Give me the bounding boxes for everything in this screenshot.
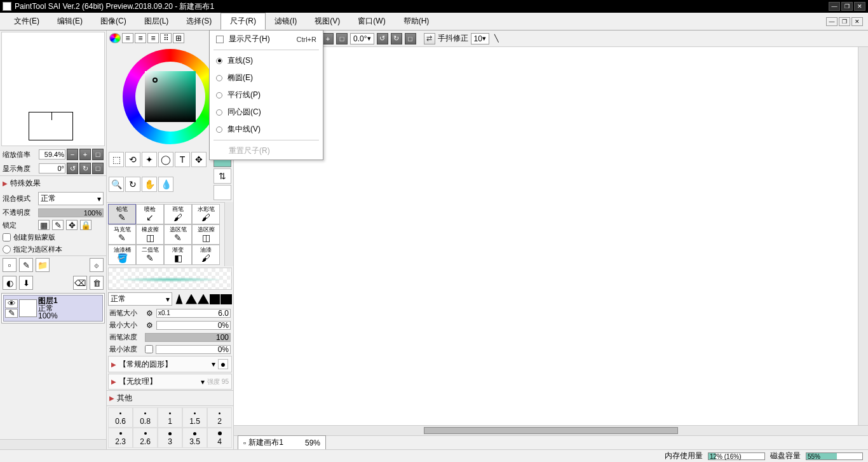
doc-tab[interactable]: ▫ 新建画布1 59% [238,435,326,449]
new-layer-button[interactable]: ▫ [3,258,17,272]
close-button[interactable]: ✕ [854,2,865,11]
brush-size-slider[interactable]: x0.16.0 [156,309,231,318]
size-cell[interactable]: 2.6 [133,428,158,448]
color-hsv-button[interactable]: ≡ [135,33,146,43]
navigator-thumb[interactable] [29,112,73,140]
layer-row[interactable]: 👁 ✎ 图层1 正常 100% [3,295,103,322]
text-tool[interactable]: T [175,152,190,167]
size-cell[interactable]: 2.3 [108,428,133,448]
brush-pencil[interactable]: 铅笔✎ [108,204,136,224]
rotate-cw-button[interactable]: ↻ [79,163,91,174]
menu-edit[interactable]: 编辑(E) [48,13,92,29]
link-icon[interactable]: ⚙ [145,309,154,318]
menu-filter[interactable]: 滤镜(I) [266,13,306,29]
brush-bucket[interactable]: 油漆桶🪣 [108,245,136,265]
lock-move-button[interactable]: ✥ [66,220,78,230]
maximize-button[interactable]: ❐ [841,2,853,11]
size-cell[interactable]: 4 [207,428,232,448]
sample-radio[interactable] [3,245,11,254]
rotate-cw-button[interactable]: ↻ [391,33,402,44]
blend-mode-select[interactable]: 正常▾ [38,192,104,205]
clear-button[interactable]: ⌫ [73,276,87,290]
menu-image[interactable]: 图像(C) [92,13,135,29]
brush-airbrush[interactable]: 喷枪↙ [136,204,164,224]
delete-layer-button[interactable]: 🗑 [90,276,104,290]
bg-color-swatch[interactable] [214,185,231,200]
menu-ruler-ellipse[interactable]: 椭圆(E) [210,69,323,86]
fx-header[interactable]: ▶特殊效果 [0,175,106,191]
zoom-out-button[interactable]: − [67,149,78,160]
menu-file[interactable]: 文件(E) [5,13,48,29]
wand-tool[interactable]: ✦ [142,152,157,167]
canvas[interactable] [234,47,858,425]
rotate-tool[interactable]: ↻ [125,177,140,192]
brush-gradient[interactable]: 渐变◧ [164,245,192,265]
size-cell[interactable]: 1 [158,407,182,428]
new-linework-button[interactable]: ✎ [19,258,33,272]
mask-button[interactable]: ◐ [3,276,17,290]
brush-eraser[interactable]: 橡皮擦◫ [136,224,164,245]
shape-tool[interactable]: ◯ [158,152,173,167]
menu-ruler-concentric[interactable]: 同心圆(C) [210,104,323,121]
zoom-fit-button[interactable]: □ [336,33,348,44]
menu-ruler-parallel[interactable]: 平行线(P) [210,86,323,104]
zoom-reset-button[interactable]: □ [92,149,104,160]
color-scratch-button[interactable]: ⊞ [173,33,184,43]
color-wheel-button[interactable] [109,33,121,43]
canvas-hscroll[interactable] [234,425,868,435]
size-cell[interactable]: 0.8 [133,407,158,428]
size-cell[interactable]: 3 [158,428,182,448]
transform-button[interactable]: ⟐ [90,258,104,272]
canvas-vscroll[interactable] [858,47,868,425]
doc-maximize-button[interactable]: ❐ [839,17,850,26]
angle-input[interactable] [39,163,65,173]
texture-collapsible[interactable]: ▶【无纹理】▾强度 95 [108,374,232,390]
ruler-line-icon[interactable]: ╲ [492,33,501,44]
size-cell[interactable]: 3.5 [182,428,207,448]
brush-blend-select[interactable]: 正常▾ [108,292,172,306]
menu-layer[interactable]: 图层(L) [135,13,178,29]
menu-show-ruler[interactable]: 显示尺子(H) Ctrl+R [210,31,323,48]
min-density-check[interactable] [145,345,153,353]
size-cell[interactable]: 1.5 [182,407,207,428]
doc-close-button[interactable]: ✕ [851,17,863,26]
clip-checkbox[interactable] [3,233,11,241]
menu-select[interactable]: 选择(S) [177,13,220,29]
rotate-ccw-button[interactable]: ↺ [67,163,78,174]
pencil-icon[interactable]: ✎ [5,309,18,318]
navigator-panel[interactable] [1,32,105,146]
hand-tool[interactable]: ✋ [142,177,157,192]
density-slider[interactable]: 100 [145,333,231,342]
opacity-slider[interactable]: 100% [38,208,104,217]
menu-help[interactable]: 帮助(H) [395,13,438,29]
brush-tips[interactable] [173,294,232,304]
brush-brush[interactable]: 画笔🖌 [164,204,192,224]
color-swatch-button[interactable]: ⠿ [160,33,172,43]
merge-button[interactable]: ⬇ [19,276,33,290]
brush-seleraser[interactable]: 选区擦◫ [192,224,220,245]
brush-binary[interactable]: 二值笔✎ [136,245,164,265]
new-folder-button[interactable]: 📁 [36,258,50,272]
zoom-in-button[interactable]: + [79,149,91,160]
color-gray-button[interactable]: ≡ [147,33,159,43]
other-header[interactable]: ▶其他 [107,390,233,405]
lock-alpha-button[interactable]: ▦ [38,220,50,230]
brush-selpen[interactable]: 选区笔✎ [164,224,192,245]
eye-icon[interactable]: 👁 [5,299,18,308]
swap-color-button[interactable]: ⇅ [214,168,231,184]
zoom-input[interactable] [39,149,65,160]
menu-ruler[interactable]: 尺子(R) [220,13,266,30]
brush-marker[interactable]: 马克笔✎ [108,224,136,245]
lasso-tool[interactable]: ⟲ [125,152,140,167]
lock-paint-button[interactable]: ✎ [52,220,64,230]
size-cell[interactable]: 2 [207,407,232,428]
shape-collapsible[interactable]: ▶【常规的圆形】▾● [108,356,232,372]
sv-square[interactable] [145,71,196,122]
mirror-button[interactable]: ⇄ [424,33,435,44]
menu-view[interactable]: 视图(V) [306,13,349,29]
doc-minimize-button[interactable]: — [826,17,837,26]
left-hscroll[interactable] [0,439,106,449]
move-tool[interactable]: ✥ [191,152,207,167]
stabilizer-value[interactable]: 10 ▾ [471,33,489,44]
brush-water[interactable]: 水彩笔🖌 [192,204,220,224]
